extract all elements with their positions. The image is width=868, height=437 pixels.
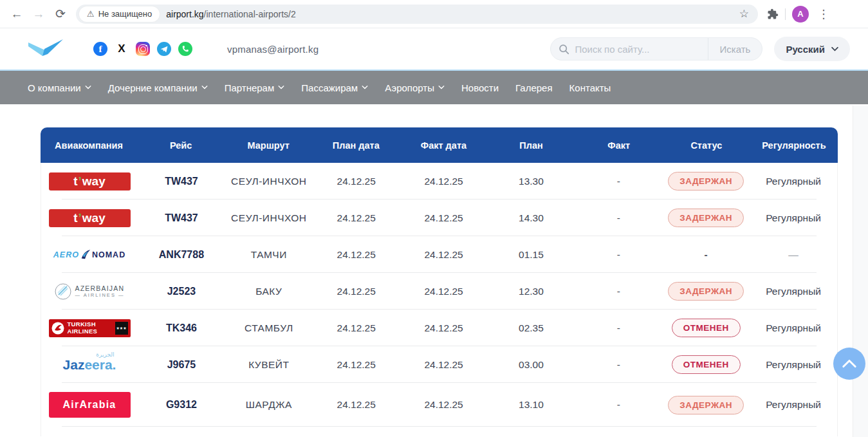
flight-number: J9675 bbox=[138, 359, 225, 371]
nav-item-5[interactable]: Аэропорты bbox=[385, 82, 445, 93]
status-badge: ЗАДЕРЖАН bbox=[668, 282, 744, 301]
route: СТАМБУЛ bbox=[225, 322, 313, 334]
flight-number: G9312 bbox=[138, 399, 225, 411]
status-badge: ОТМЕНЕН bbox=[672, 319, 741, 337]
fact-time: - bbox=[575, 399, 662, 411]
search-input[interactable] bbox=[575, 44, 707, 55]
browser-menu-icon[interactable]: ⋮ bbox=[815, 7, 832, 21]
route: СЕУЛ-ИНЧХОН bbox=[225, 212, 313, 224]
flight-number: TK346 bbox=[138, 322, 225, 334]
nav-item-1[interactable]: О компании bbox=[28, 82, 91, 93]
route: ШАРДЖА bbox=[225, 399, 313, 411]
airline-cell: AirArabia bbox=[41, 392, 138, 418]
nav-item-label: Дочерние компании bbox=[108, 82, 198, 93]
flight-number: TW437 bbox=[138, 212, 225, 224]
language-selector[interactable]: Русский bbox=[774, 37, 850, 61]
url-text: airport.kg/international-airports/2 bbox=[166, 9, 737, 19]
table-body: t’wayTW437СЕУЛ-ИНЧХОН24.12.2524.12.2513.… bbox=[41, 163, 838, 436]
aeronomad-bird-icon bbox=[80, 249, 91, 261]
site-search: Искать bbox=[550, 37, 762, 60]
plan-time: 02.35 bbox=[488, 322, 575, 334]
language-label: Русский bbox=[786, 44, 825, 55]
browser-forward-button[interactable]: → bbox=[28, 4, 49, 24]
fact-date: 24.12.25 bbox=[400, 212, 488, 224]
fact-date: 24.12.25 bbox=[400, 322, 488, 334]
chevron-down-icon bbox=[85, 86, 91, 89]
nav-item-label: Аэропорты bbox=[385, 82, 434, 93]
facebook-icon[interactable]: f bbox=[93, 42, 107, 56]
status-value: - bbox=[705, 249, 708, 260]
nav-item-2[interactable]: Дочерние компании bbox=[108, 82, 208, 93]
nav-item-6[interactable]: Новости bbox=[461, 82, 499, 93]
search-submit-button[interactable]: Искать bbox=[708, 38, 762, 60]
plan-time: 13.10 bbox=[488, 399, 575, 411]
regularity: Регулярный bbox=[750, 399, 837, 411]
fact-time: - bbox=[575, 176, 662, 187]
instagram-icon[interactable] bbox=[136, 42, 150, 56]
plan-date: 24.12.25 bbox=[313, 322, 400, 334]
nav-item-8[interactable]: Контакты bbox=[569, 82, 611, 93]
airline-cell: t’way bbox=[41, 209, 138, 227]
nav-item-label: Галерея bbox=[515, 82, 553, 93]
url-domain: airport.kg bbox=[166, 9, 203, 19]
nav-item-3[interactable]: Партнерам bbox=[225, 82, 285, 93]
security-chip[interactable]: ⚠ Не защищено bbox=[79, 6, 160, 22]
regularity: Регулярный bbox=[750, 359, 837, 371]
flight-number: ANK7788 bbox=[138, 249, 225, 261]
nav-item-7[interactable]: Галерея bbox=[515, 82, 553, 93]
status-cell: ОТМЕНЕН bbox=[662, 355, 750, 374]
table-row: AZERBAIJAN— AIRLINES —J2523БАКУ24.12.252… bbox=[41, 273, 837, 310]
status-badge: ЗАДЕРЖАН bbox=[668, 172, 744, 191]
telegram-icon[interactable] bbox=[157, 42, 171, 56]
nav-item-4[interactable]: Пассажирам bbox=[301, 82, 368, 93]
fact-date: 24.12.25 bbox=[400, 176, 488, 187]
profile-avatar[interactable]: A bbox=[792, 6, 809, 23]
route: КУВЕЙТ bbox=[225, 359, 313, 371]
browser-back-button[interactable]: ← bbox=[6, 4, 27, 24]
chevron-up-icon bbox=[842, 359, 856, 368]
nav-item-label: Партнерам bbox=[225, 82, 275, 93]
scroll-to-top-button[interactable] bbox=[833, 348, 865, 380]
airport-logo[interactable] bbox=[28, 38, 64, 60]
main-navigation: О компанииДочерние компанииПартнерамПасс… bbox=[0, 71, 868, 104]
jazeera-arabic-text: الجزيرة bbox=[96, 351, 114, 358]
regularity: Регулярный bbox=[750, 286, 837, 297]
azerbaijan-emblem-icon bbox=[55, 283, 71, 300]
status-badge: ОТМЕНЕН bbox=[672, 355, 741, 374]
extensions-puzzle-icon[interactable] bbox=[767, 8, 779, 20]
x-twitter-icon[interactable]: X bbox=[115, 42, 129, 56]
table-row: t’wayTW437СЕУЛ-ИНЧХОН24.12.2524.12.2513.… bbox=[41, 163, 837, 200]
bookmark-star-icon[interactable]: ☆ bbox=[737, 7, 752, 21]
plan-date: 24.12.25 bbox=[313, 212, 400, 224]
column-header-5: Факт дата bbox=[400, 140, 487, 151]
fact-time: - bbox=[575, 249, 662, 261]
status-cell: ЗАДЕРЖАН bbox=[662, 172, 750, 191]
browser-reload-button[interactable]: ⟳ bbox=[50, 4, 71, 24]
whatsapp-icon[interactable] bbox=[178, 42, 192, 56]
flight-number: J2523 bbox=[138, 286, 225, 297]
address-bar[interactable]: ⚠ Не защищено airport.kg/international-a… bbox=[76, 5, 758, 24]
tway-way: way bbox=[82, 211, 106, 225]
table-next-row-stub bbox=[41, 427, 837, 436]
chevron-down-icon bbox=[831, 47, 838, 51]
url-path: /international-airports/2 bbox=[204, 9, 296, 19]
tway-t: t bbox=[73, 174, 77, 189]
table-row: الجزيرةJazeera.J9675КУВЕЙТ24.12.2524.12.… bbox=[41, 346, 837, 383]
table-row: t’wayTW437СЕУЛ-ИНЧХОН24.12.2524.12.2514.… bbox=[41, 200, 837, 236]
tway-way: way bbox=[82, 174, 106, 189]
fact-time: - bbox=[575, 212, 662, 224]
table-row: TURKISHAIRLINES★★★TK346СТАМБУЛ24.12.2524… bbox=[41, 310, 837, 346]
plan-time: 12.30 bbox=[488, 286, 575, 297]
table-row: AERONOMADANK7788ТАМЧИ24.12.2524.12.2501.… bbox=[41, 236, 837, 273]
regularity: Регулярный bbox=[750, 212, 837, 224]
warning-icon: ⚠ bbox=[87, 9, 95, 19]
column-header-3: Маршрут bbox=[225, 140, 312, 151]
status-cell: - bbox=[662, 249, 750, 261]
airline-cell: TURKISHAIRLINES★★★ bbox=[41, 319, 138, 337]
turkish-line2: AIRLINES bbox=[68, 328, 112, 335]
status-badge: ЗАДЕРЖАН bbox=[668, 209, 744, 227]
tway-apostrophe: ’ bbox=[78, 211, 82, 225]
fact-date: 24.12.25 bbox=[400, 359, 488, 371]
column-header-7: Факт bbox=[575, 140, 663, 151]
airline-logo-turkish-airlines: TURKISHAIRLINES★★★ bbox=[49, 319, 131, 337]
